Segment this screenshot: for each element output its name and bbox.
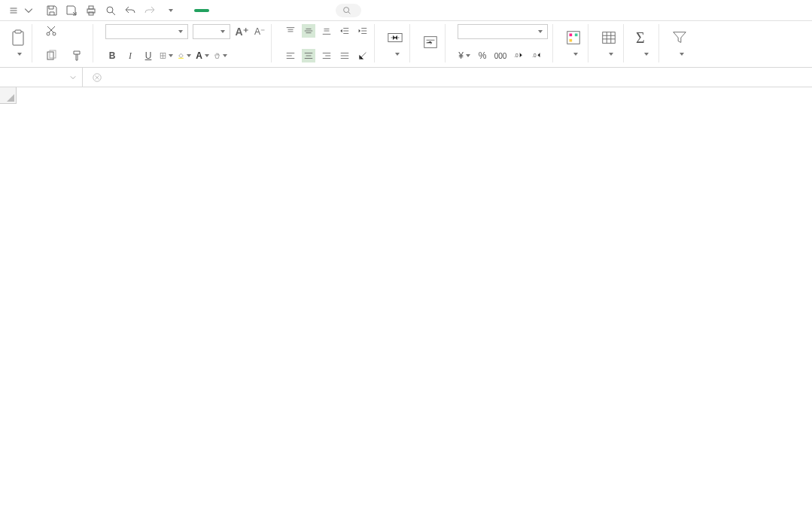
- align-justify-icon[interactable]: [338, 49, 351, 62]
- save-icon[interactable]: [45, 4, 59, 17]
- search-icon: [342, 5, 352, 16]
- merge-label[interactable]: [393, 49, 400, 58]
- svg-point-4: [344, 7, 349, 12]
- bold-icon[interactable]: B: [105, 49, 119, 62]
- svg-text:.0: .0: [514, 53, 519, 58]
- format-painter-icon[interactable]: [70, 49, 84, 62]
- print-icon[interactable]: [84, 4, 98, 17]
- select-all-corner[interactable]: [0, 87, 17, 104]
- filter-icon[interactable]: [671, 29, 689, 47]
- font-name-select[interactable]: [105, 24, 188, 39]
- number-format-select[interactable]: [458, 24, 548, 39]
- number-group: ¥ % 000 .0 .0: [453, 24, 553, 62]
- align-bottom-icon[interactable]: [320, 24, 333, 38]
- svg-rect-17: [567, 31, 580, 44]
- table-style-group: [596, 24, 624, 62]
- borders-icon[interactable]: [160, 49, 173, 62]
- orientation-icon[interactable]: [356, 49, 370, 62]
- table-style-label[interactable]: [607, 49, 613, 58]
- svg-rect-6: [15, 30, 21, 33]
- quick-access-more[interactable]: [163, 4, 176, 17]
- formula-input[interactable]: [116, 68, 804, 87]
- redo-icon[interactable]: [143, 4, 157, 17]
- table-style-icon[interactable]: [601, 29, 619, 47]
- underline-icon[interactable]: U: [141, 49, 155, 62]
- wrap-group: [418, 24, 446, 62]
- sum-icon[interactable]: Σ: [636, 29, 654, 47]
- decrease-font-icon[interactable]: A⁻: [253, 25, 266, 38]
- copy-icon[interactable]: [44, 49, 58, 62]
- increase-indent-icon[interactable]: [356, 24, 370, 38]
- cond-format-label[interactable]: [571, 49, 578, 58]
- svg-point-7: [47, 32, 50, 35]
- font-size-select[interactable]: [193, 24, 230, 39]
- svg-rect-18: [570, 33, 573, 36]
- currency-icon[interactable]: ¥: [458, 49, 471, 62]
- chevron-down-icon: [24, 6, 33, 15]
- hamburger-icon: [9, 6, 18, 15]
- name-box[interactable]: [0, 68, 83, 87]
- decrease-decimal-icon[interactable]: .0: [530, 49, 543, 62]
- quick-access-toolbar: [45, 4, 176, 17]
- align-middle-icon[interactable]: [302, 24, 315, 38]
- cond-format-group: [561, 24, 588, 62]
- font-color-icon[interactable]: A: [196, 49, 209, 62]
- clipboard-group: [40, 24, 93, 62]
- align-right-icon[interactable]: [320, 49, 333, 62]
- svg-text:.0: .0: [532, 53, 537, 58]
- increase-decimal-icon[interactable]: .0: [512, 49, 525, 62]
- filter-group: [667, 24, 694, 62]
- paste-label[interactable]: [15, 49, 22, 58]
- comma-icon[interactable]: 000: [494, 49, 507, 62]
- tab-home[interactable]: [194, 9, 209, 12]
- sum-group: Σ: [631, 24, 659, 62]
- svg-point-3: [107, 7, 113, 13]
- font-group: A⁺ A⁻ B I U A: [101, 24, 272, 62]
- increase-font-icon[interactable]: A⁺: [235, 25, 248, 38]
- print-preview-icon[interactable]: [104, 4, 117, 17]
- ribbon: A⁺ A⁻ B I U A: [0, 21, 812, 68]
- file-menu[interactable]: [5, 5, 38, 17]
- paste-group: [5, 24, 32, 62]
- svg-rect-12: [178, 58, 184, 59]
- italic-icon[interactable]: I: [123, 49, 137, 62]
- sum-label[interactable]: [642, 49, 649, 58]
- cancel-icon[interactable]: [90, 71, 104, 84]
- svg-rect-19: [575, 33, 578, 36]
- paste-icon[interactable]: [9, 29, 27, 47]
- align-group: [279, 24, 375, 62]
- percent-icon[interactable]: %: [476, 49, 489, 62]
- ribbon-tabs: [194, 9, 318, 12]
- search-box[interactable]: [336, 4, 361, 17]
- svg-rect-1: [89, 6, 93, 9]
- svg-point-8: [53, 32, 56, 35]
- undo-icon[interactable]: [123, 4, 137, 17]
- wrap-icon[interactable]: [422, 34, 440, 52]
- cond-format-icon[interactable]: [565, 29, 583, 47]
- clear-format-icon[interactable]: [214, 49, 227, 62]
- chevron-down-icon: [70, 75, 76, 80]
- merge-icon[interactable]: [387, 29, 405, 47]
- align-center-icon[interactable]: [302, 49, 315, 62]
- svg-rect-5: [13, 32, 23, 45]
- decrease-indent-icon[interactable]: [338, 24, 351, 38]
- svg-rect-21: [603, 32, 616, 43]
- formula-bar: [0, 68, 812, 87]
- svg-rect-20: [570, 38, 573, 41]
- align-left-icon[interactable]: [284, 49, 297, 62]
- formula-area: [83, 68, 812, 87]
- filter-label[interactable]: [677, 49, 684, 58]
- fill-color-icon[interactable]: [178, 49, 191, 62]
- top-menu-bar: [0, 0, 812, 21]
- align-top-icon[interactable]: [284, 24, 297, 38]
- cut-icon[interactable]: [44, 24, 58, 38]
- save-as-icon[interactable]: [65, 4, 78, 17]
- merge-group: [382, 24, 410, 62]
